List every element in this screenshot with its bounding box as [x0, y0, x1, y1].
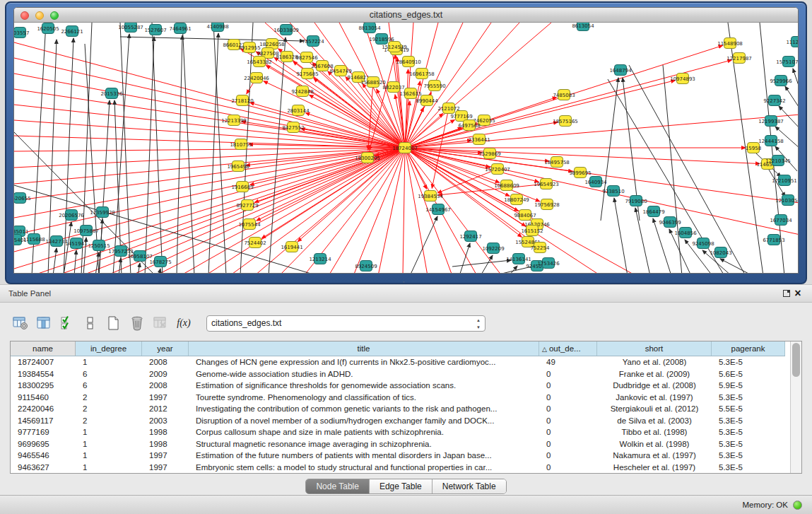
- select-columns-button[interactable]: [57, 314, 78, 332]
- graph-node-label: 12210345: [765, 158, 791, 164]
- graph-node-label: 19218596: [369, 37, 394, 42]
- table-source-selector[interactable]: citations_edges.txt ▲▼: [206, 315, 486, 332]
- table-row[interactable]: 946362711997Embryonic stem cells: a mode…: [11, 462, 785, 474]
- table-panel: Table Panel ×: [0, 284, 812, 495]
- window-titlebar[interactable]: citations_edges.txt: [14, 8, 798, 23]
- graph-node-label: 18495758: [544, 160, 570, 165]
- table-row[interactable]: 1456911722003Disruption of a novel membe…: [11, 415, 785, 427]
- graph-node-label: 1292417: [459, 234, 481, 240]
- table-cell: 19384554: [11, 368, 76, 380]
- graph-node-label: 8924509: [355, 264, 377, 269]
- graph-node-label: 19384554: [418, 194, 443, 199]
- minimize-window-button[interactable]: [35, 11, 44, 20]
- graph-node-label: 15124549: [382, 45, 407, 50]
- table-type-segmented-control: Node TableEdge TableNetwork Table: [305, 479, 506, 494]
- delete-table-button[interactable]: [150, 314, 171, 332]
- scrollbar-thumb[interactable]: [792, 343, 800, 377]
- table-vertical-scrollbar[interactable]: [790, 341, 801, 473]
- table-cell: 2: [76, 403, 142, 415]
- graph-node-label: 1075544: [238, 222, 261, 228]
- table-cell: 1: [76, 462, 142, 474]
- tab-edge-table[interactable]: Edge Table: [370, 479, 433, 493]
- column-header-short[interactable]: short: [597, 341, 712, 356]
- table-mode-button[interactable]: [10, 314, 31, 332]
- table-row[interactable]: 1872400712008Changes of HCN gene express…: [11, 356, 785, 368]
- show-columns-button[interactable]: [33, 314, 54, 332]
- tab-node-table[interactable]: Node Table: [306, 479, 370, 493]
- table-row[interactable]: 2242004622012Investigating the contribut…: [11, 403, 785, 415]
- table-cell: 5.9E-5: [712, 380, 785, 392]
- table-cell: 5.6E-5: [712, 368, 785, 380]
- graph-node-label: 12444158: [758, 139, 784, 144]
- table-row[interactable]: 1938455462009Genome-wide association stu…: [11, 368, 785, 380]
- graph-node-label: 835011: [14, 229, 28, 235]
- zoom-window-button[interactable]: [50, 11, 59, 20]
- table-cell: Dudbridge et al. (2008): [597, 380, 712, 392]
- tab-network-table[interactable]: Network Table: [433, 479, 506, 493]
- row-height-button[interactable]: [80, 314, 101, 332]
- column-header-title[interactable]: title: [189, 341, 539, 356]
- column-header-in_degree[interactable]: in_degree: [76, 341, 142, 356]
- graph-node-label: 7524402: [244, 240, 266, 246]
- graph-node-label: 15958: [746, 146, 761, 151]
- table-cell: 5.3E-5: [712, 392, 785, 404]
- graph-node-label: 1916689: [231, 185, 253, 190]
- graph-node-label: 1810755: [230, 142, 252, 148]
- graph-node-label: 16961758: [409, 71, 435, 77]
- table-row[interactable]: 911546021997Tourette syndrome. Phenomeno…: [11, 392, 785, 404]
- table-cell: 5.3E-5: [712, 415, 785, 427]
- graph-node-label: 1250515: [88, 243, 110, 249]
- graph-node-label: 15720407: [485, 167, 510, 173]
- close-panel-icon[interactable]: ×: [792, 288, 804, 299]
- graph-node-label: 8427552: [282, 125, 304, 131]
- delete-columns-button[interactable]: [126, 314, 148, 332]
- graph-node-label: 9242848: [291, 89, 313, 95]
- graph-node-label: 6497568: [458, 123, 480, 129]
- column-header-out_de[interactable]: △out_de...: [539, 341, 597, 356]
- table-cell: 0: [539, 403, 597, 415]
- column-header-year[interactable]: year: [142, 341, 189, 356]
- table-cell: Franke et al. (2009): [597, 368, 712, 380]
- status-bar: Memory: OK: [0, 495, 812, 514]
- graph-node-label: 7955590: [423, 83, 445, 89]
- graph-node-label: 7857224: [302, 39, 324, 45]
- graph-node-label: 12217987: [726, 56, 752, 62]
- table-cell: 2012: [142, 403, 189, 415]
- close-window-button[interactable]: [20, 11, 29, 20]
- graph-node-label: 18226058: [259, 42, 285, 47]
- graph-node-label: 10974893: [670, 76, 695, 82]
- graph-node-label: 1115688: [23, 237, 45, 243]
- table-cell: Corpus callosum shape and size in male p…: [189, 426, 539, 438]
- table-cell: Tourette syndrome. Phenomenology and cla…: [189, 392, 539, 404]
- graph-node-label: 7919080: [625, 199, 647, 204]
- function-builder-button[interactable]: f(x): [173, 314, 194, 332]
- column-header-pagerank[interactable]: pagerank: [712, 341, 785, 356]
- table-cell: 0: [539, 392, 597, 404]
- table-cell: 2: [76, 415, 142, 427]
- graph-node-label: 1678275: [149, 259, 171, 265]
- graph-node-label: 1092209: [482, 246, 504, 252]
- graph-node-label: 1527607: [144, 28, 166, 33]
- table-cell: 2008: [142, 380, 189, 392]
- graph-node-label: 22420046: [244, 76, 269, 81]
- graph-node-label: 1342737: [45, 239, 67, 245]
- graph-node-label: 19756928: [534, 202, 560, 208]
- table-source-value: citations_edges.txt: [211, 318, 281, 328]
- network-graph-canvas[interactable]: 1872400718300295193845548660123891295518…: [14, 23, 799, 274]
- graph-node-label: 2266121: [61, 29, 83, 35]
- table-row[interactable]: 1830029562008Estimation of significance …: [11, 380, 785, 392]
- graph-node-label: 2520655: [14, 196, 31, 201]
- table-cell: 0: [539, 368, 597, 380]
- table-row[interactable]: 977716911998Corpus callosum shape and si…: [11, 426, 785, 438]
- float-panel-icon[interactable]: [781, 288, 792, 299]
- memory-status-indicator[interactable]: [793, 501, 802, 510]
- column-header-name[interactable]: name: [11, 341, 76, 356]
- table-row[interactable]: 969969511998Structural magnetic resonanc…: [11, 438, 785, 450]
- graph-node-label: 8990444: [416, 98, 438, 104]
- table-row[interactable]: 946554611997Estimation of the future num…: [11, 450, 785, 462]
- table-cell: 0: [539, 462, 597, 474]
- graph-node-label: 16033809: [273, 28, 299, 33]
- table-cell: 1: [76, 356, 142, 368]
- create-column-button[interactable]: [103, 314, 124, 332]
- table-cell: Wolkin et al. (1998): [597, 438, 712, 450]
